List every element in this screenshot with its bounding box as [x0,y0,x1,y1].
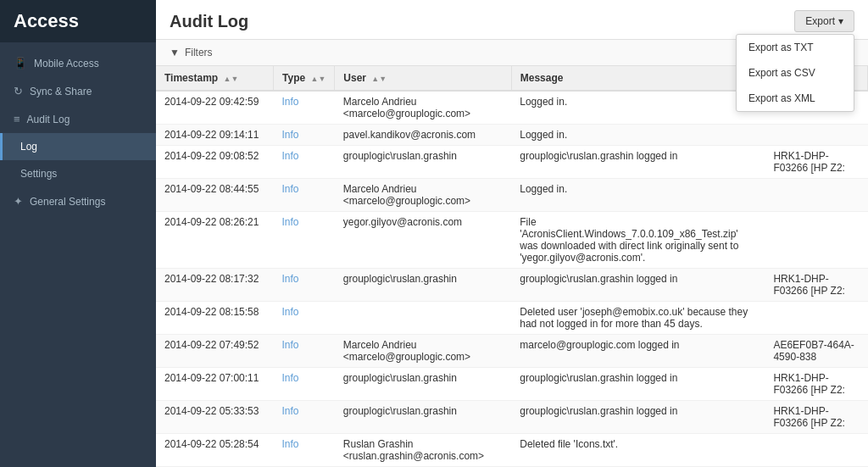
cell-timestamp: 2014-09-22 09:14:11 [156,125,274,146]
table-body: 2014-09-22 09:42:59InfoMarcelo Andrieu <… [156,91,868,467]
cell-message: grouplogic\ruslan.grashin logged in [511,146,765,179]
cell-timestamp: 2014-09-22 08:44:55 [156,179,274,212]
cell-message: Logged in. [511,179,765,212]
cell-user: grouplogic\ruslan.grashin [335,146,511,179]
sidebar-item-label: Log [20,141,37,153]
sort-icon-timestamp: ▲▼ [223,75,238,83]
cell-user: Marcelo Andrieu <marcelo@grouplogic.com> [335,335,511,368]
sidebar-item-general-settings[interactable]: ✦ General Settings [0,187,156,215]
cell-type: Info [274,434,335,467]
sidebar-item-label: Audit Log [27,114,70,125]
cell-timestamp: 2014-09-22 07:00:11 [156,368,274,401]
export-button[interactable]: Export ▾ [794,10,854,32]
sidebar-item-label: Sync & Share [30,86,92,97]
cell-device [765,434,867,467]
sidebar-item-log[interactable]: Log [0,133,156,160]
sidebar-item-settings[interactable]: Settings [0,160,156,187]
table-row: 2014-09-22 08:17:32Infogrouplogic\ruslan… [156,269,868,302]
type-badge: Info [282,150,299,162]
col-header-user[interactable]: User ▲▼ [335,66,511,91]
sidebar-item-label: Mobile Access [34,58,99,69]
cell-device [765,125,867,146]
type-badge: Info [282,372,299,384]
sidebar-title: Access [14,10,79,32]
cell-type: Info [274,125,335,146]
type-badge: Info [282,438,299,450]
cell-message: grouplogic\ruslan.grashin logged in [511,401,765,434]
cell-message: File 'AcronisClient.Windows_7.0.0.109_x8… [511,212,765,269]
cell-type: Info [274,335,335,368]
col-header-message: Message [511,66,765,91]
cell-type: Info [274,212,335,269]
table-row: 2014-09-22 08:44:55InfoMarcelo Andrieu <… [156,179,868,212]
cell-user: Ruslan Grashin <ruslan.grashin@acronis.c… [335,434,511,467]
sort-icon-user: ▲▼ [371,75,387,83]
chevron-down-icon: ▾ [838,15,843,27]
export-dropdown: Export as TXT Export as CSV Export as XM… [736,34,854,112]
sidebar-navigation: 📱 Mobile Access ↻ Sync & Share ≡ Audit L… [0,42,156,215]
type-badge: Info [282,405,299,417]
type-badge: Info [282,339,299,351]
sync-icon: ↻ [14,85,23,97]
cell-message: grouplogic\ruslan.grashin logged in [511,368,765,401]
cell-timestamp: 2014-09-22 05:33:53 [156,401,274,434]
cell-message: grouplogic\ruslan.grashin logged in [511,269,765,302]
cell-device: HRK1-DHP-F03266 [HP Z2: [765,146,867,179]
cell-type: Info [274,91,335,125]
sidebar-item-label: General Settings [30,196,105,208]
table-row: 2014-09-22 07:00:11Infogrouplogic\ruslan… [156,368,868,401]
cell-user: Marcelo Andrieu <marcelo@grouplogic.com> [335,91,511,125]
cell-user: grouplogic\ruslan.grashin [335,269,511,302]
type-badge: Info [282,183,299,195]
cell-device: HRK1-DHP-F03266 [HP Z2: [765,401,867,434]
sidebar-header: Access [0,0,156,42]
cell-type: Info [274,401,335,434]
general-settings-icon: ✦ [14,195,23,208]
sidebar-item-mobile-access[interactable]: 📱 Mobile Access [0,49,156,77]
cell-user: yegor.gilyov@acronis.com [335,212,511,269]
export-txt-item[interactable]: Export as TXT [737,35,854,60]
type-badge: Info [282,273,299,285]
sidebar-item-sync-share[interactable]: ↻ Sync & Share [0,77,156,105]
table-row: 2014-09-22 09:14:11Infopavel.kandikov@ac… [156,125,868,146]
type-badge: Info [282,129,299,141]
audit-icon: ≡ [14,113,20,125]
table-row: 2014-09-22 09:08:52Infogrouplogic\ruslan… [156,146,868,179]
sidebar-item-audit-log[interactable]: ≡ Audit Log [0,105,156,133]
cell-timestamp: 2014-09-22 09:42:59 [156,91,274,125]
page-title: Audit Log [170,12,248,31]
cell-device [765,302,867,335]
col-header-timestamp[interactable]: Timestamp ▲▼ [156,66,274,91]
filters-label: Filters [185,47,213,58]
cell-timestamp: 2014-09-22 08:17:32 [156,269,274,302]
table-row: 2014-09-22 08:26:21Infoyegor.gilyov@acro… [156,212,868,269]
cell-device: HRK1-DHP-F03266 [HP Z2: [765,368,867,401]
cell-user: Marcelo Andrieu <marcelo@grouplogic.com> [335,179,511,212]
cell-user: grouplogic\ruslan.grashin [335,401,511,434]
table-row: 2014-09-22 05:28:54InfoRuslan Grashin <r… [156,434,868,467]
table-row: 2014-09-22 05:33:53Infogrouplogic\ruslan… [156,401,868,434]
filter-icon: ▼ [170,47,180,58]
export-csv-item[interactable]: Export as CSV [737,60,854,86]
cell-device: AE6EF0B7-464A-4590-838 [765,335,867,368]
audit-log-table: Timestamp ▲▼ Type ▲▼ User ▲▼ Message [156,66,868,467]
cell-message: Logged in. [511,91,765,125]
cell-timestamp: 2014-09-22 09:08:52 [156,146,274,179]
cell-message: marcelo@grouplogic.com logged in [511,335,765,368]
export-xml-item[interactable]: Export as XML [737,86,854,111]
type-badge: Info [282,216,299,228]
cell-timestamp: 2014-09-22 08:26:21 [156,212,274,269]
cell-type: Info [274,302,335,335]
export-container: Export ▾ Export as TXT Export as CSV Exp… [794,10,854,32]
cell-type: Info [274,146,335,179]
cell-user: pavel.kandikov@acronis.com [335,125,511,146]
cell-message: Deleted file 'Icons.txt'. [511,434,765,467]
cell-message: Logged in. [511,125,765,146]
audit-log-table-wrapper: Timestamp ▲▼ Type ▲▼ User ▲▼ Message [156,66,868,467]
mobile-icon: 📱 [14,57,27,69]
cell-timestamp: 2014-09-22 08:15:58 [156,302,274,335]
cell-type: Info [274,179,335,212]
cell-user: grouplogic\ruslan.grashin [335,368,511,401]
sort-icon-type: ▲▼ [310,75,326,83]
col-header-type[interactable]: Type ▲▼ [274,66,335,91]
